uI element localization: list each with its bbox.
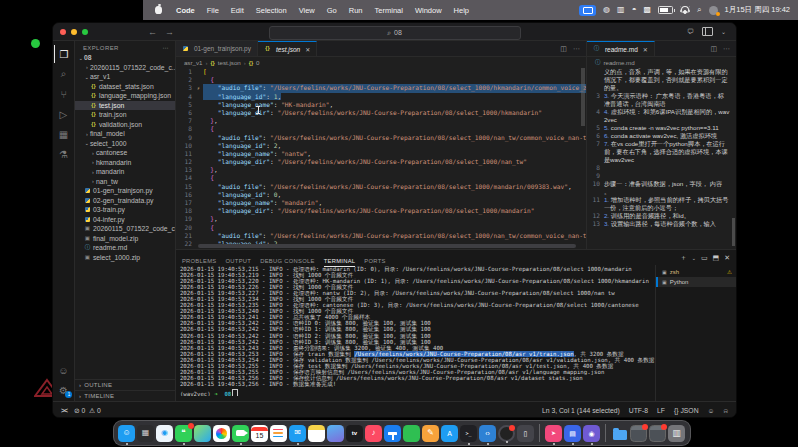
tab-test-json[interactable]: {}test.json✕ <box>258 41 317 56</box>
apple-logo-icon[interactable] <box>155 6 162 14</box>
menu-item-help[interactable]: Help <box>454 6 469 15</box>
readme-line[interactable]: 66. conda activate wav2vec, 激活虚拟环境 <box>587 132 736 140</box>
dock-iphone-mirroring[interactable]: ▯ <box>517 425 534 442</box>
editor-line[interactable]: 12 "language_dir": "/Users/feelins/works… <box>176 158 586 166</box>
file-tree-item-train-json[interactable]: {}train.json <box>75 110 175 120</box>
file-tree-item-mandarin[interactable]: ›mandarin <box>75 167 175 177</box>
file-tree-item-04-infer-py[interactable]: 04-infer.py <box>75 215 175 225</box>
editor-line[interactable]: 7 }, <box>176 117 586 125</box>
editor-line[interactable]: 5 "language_name": "HK-mandarin", <box>176 101 586 109</box>
editor-line[interactable]: 1[ <box>176 68 586 76</box>
breadcrumb-segment[interactable]: asr_v1 <box>184 59 203 66</box>
user-switcher-icon[interactable] <box>709 6 718 15</box>
split-editor-icon[interactable]: ◫ <box>710 45 717 53</box>
sidebar-section-outline[interactable]: ›OUTLINE <box>75 379 175 390</box>
editor-line[interactable]: 16 "language_id": 0, <box>176 191 586 199</box>
close-panel-icon[interactable]: ✕ <box>724 254 730 262</box>
vertical-scrollbar[interactable] <box>581 68 585 126</box>
horizontal-scrollbar[interactable] <box>198 244 576 248</box>
battery-icon[interactable] <box>658 6 673 14</box>
more-actions-icon[interactable]: ⋯ <box>723 45 730 53</box>
dock-photos[interactable] <box>213 425 230 442</box>
dock-minimized-window-2[interactable] <box>649 425 666 442</box>
dock-screen-tool[interactable]: ➤ <box>545 425 562 442</box>
file-tree-item-nan-tw[interactable]: ›nan_tw <box>75 177 175 187</box>
problems-status[interactable]: ⊘ 0 ⚠ 0 <box>74 407 101 415</box>
tab-readme-md[interactable]: ⓘreadme.md✕ <box>587 41 655 56</box>
file-tree-item-select-1000-zip[interactable]: ▣select_1000.zip <box>75 253 175 263</box>
readme-line[interactable]: 122. 训练用的是音频路径，和id。 <box>587 212 736 220</box>
dock-facetime[interactable] <box>232 425 249 442</box>
readme-line[interactable]: 111. 增加语种时，参照当前的样子，拷贝大括号一份，注意前后的小逗号； <box>587 196 736 212</box>
terminal-entry-zsh[interactable]: ▣zsh⚠ <box>656 267 736 277</box>
terminal-output[interactable]: 2026-01-15 19:40:53,215 - INFO - 处理语种: m… <box>176 265 655 401</box>
close-window-button[interactable] <box>60 29 66 35</box>
file-tree-item-20260115-071522-code-c-[interactable]: ›20260115_071522_code_c... <box>75 63 175 73</box>
breadcrumb-left[interactable]: asr_v1›{}test.json›{}0 <box>176 57 586 68</box>
terminal-prompt[interactable]: (wav2vec) ➜ 08 <box>180 389 655 396</box>
breadcrumb-segment[interactable]: readme.md <box>603 59 634 66</box>
dock-file-transfer[interactable]: ▤ <box>564 425 581 442</box>
panel-tab-debug-console[interactable]: DEBUG CONSOLE <box>260 256 314 266</box>
readme-line[interactable]: 9 <box>587 172 736 180</box>
file-tree-item-readme-md[interactable]: ⓘreadme.md <box>75 243 175 253</box>
panel-tab-problems[interactable]: PROBLEMS <box>182 256 217 266</box>
editor-line[interactable]: 21 "audio_file": "/Users/feelins/works/J… <box>176 232 586 240</box>
menu-item-run[interactable]: Run <box>349 6 363 15</box>
editor-line[interactable]: 3⚡ "audio_file": "/Users/feelins/works/J… <box>176 84 586 92</box>
dock-messages[interactable]: ❝ <box>175 425 192 442</box>
dock-music[interactable]: ♪ <box>365 425 382 442</box>
status-item-3[interactable]: {} JSON <box>674 407 699 414</box>
dock-pages[interactable]: ✎ <box>422 425 439 442</box>
editor-line[interactable]: 4 "language_id": 1, <box>176 93 586 101</box>
dock-mail[interactable]: ✉ <box>289 425 306 442</box>
editor-line[interactable]: 8 { <box>176 125 586 133</box>
readme-line[interactable]: 133. 设置输出路径，每语种音频个数，输入 <box>587 220 736 228</box>
menu-bar-clock[interactable]: 1月15日 周四 19:42 <box>725 5 790 15</box>
activity-extensions-icon[interactable]: ▦ <box>54 125 72 143</box>
activity-run-debug-icon[interactable]: ▷ <box>54 105 72 123</box>
breadcrumb-segment[interactable]: test.json <box>218 59 241 66</box>
menu-item-view[interactable]: View <box>299 6 315 15</box>
menu-item-terminal[interactable]: Terminal <box>375 6 403 15</box>
dock-app-store[interactable]: A <box>441 425 458 442</box>
file-tree-item-asr-v1[interactable]: ⌄asr_v1 <box>75 72 175 82</box>
menu-item-go[interactable]: Go <box>327 6 337 15</box>
remote-indicator-icon[interactable]: >< <box>61 407 67 414</box>
file-tree-item-08[interactable]: ⌄08 <box>75 53 175 63</box>
dock-vscode[interactable]: ‹› <box>479 425 496 442</box>
file-tree-item-language-mapping-json[interactable]: {}language_mapping.json <box>75 91 175 101</box>
more-actions-icon[interactable]: ⋯ <box>573 45 580 53</box>
new-terminal-icon[interactable]: ＋ <box>680 253 687 263</box>
readme-scrollbar[interactable] <box>732 218 735 246</box>
window-manager-icon[interactable]: ▥ <box>617 6 625 14</box>
activity-search-icon[interactable]: ⌕ <box>54 65 72 83</box>
activity-explorer-icon[interactable]: ❐ <box>54 45 73 63</box>
command-center-search[interactable]: ⌕ 08 <box>269 26 521 40</box>
dock-finder[interactable]: ☺ <box>118 425 135 442</box>
editor-line[interactable]: 17 "language_name": "mandarin", <box>176 199 586 207</box>
file-tree-item-hkmandarin[interactable]: ›hkmandarin <box>75 158 175 168</box>
activity-account-icon[interactable]: ☺ <box>54 361 72 379</box>
dock-numbers[interactable] <box>403 425 420 442</box>
menu-item-edit[interactable]: Edit <box>231 6 244 15</box>
file-tree-item-02-gen-traindata-py[interactable]: 02-gen_traindata.py <box>75 196 175 206</box>
dock-weather[interactable] <box>327 425 344 442</box>
status-item-1[interactable]: UTF-8 <box>629 407 648 414</box>
dock-minimized-window-1[interactable] <box>630 425 647 442</box>
feedback-smiley-icon[interactable]: ☺ <box>708 407 715 414</box>
editor-line[interactable]: 6 "language_dir": "/Users/feelins/works/… <box>176 109 586 117</box>
readme-line[interactable]: 55. conda create -n wav2vec python==3.11 <box>587 124 736 132</box>
camera-icon[interactable]: ◍ <box>603 6 610 14</box>
file-tree-item-final-model-zip[interactable]: ▣final_model.zip <box>75 234 175 244</box>
chat-icon[interactable]: 🗩 <box>687 28 694 35</box>
editor-line[interactable]: 20 { <box>176 224 586 232</box>
breadcrumb-segment[interactable]: 0 <box>256 59 259 66</box>
dock-keynote[interactable] <box>384 425 401 442</box>
dock-meeting-app[interactable]: ◉ <box>583 425 600 442</box>
readme-line[interactable]: 77. 在vs code里打开一个python脚本，在运行前，要在右下角，选择合… <box>587 140 736 164</box>
wifi-icon[interactable] <box>680 6 690 14</box>
input-source-icon[interactable]: ◓ <box>632 6 637 14</box>
editor-line[interactable]: 9 "audio_file": "/Users/feelins/works/JN… <box>176 134 586 142</box>
dock-calendar[interactable]: 15 <box>251 425 268 442</box>
